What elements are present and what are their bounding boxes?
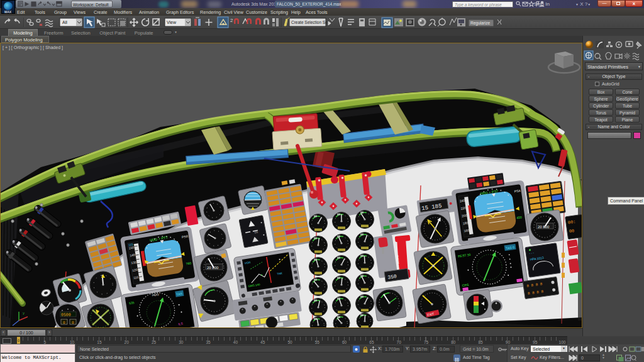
svg-text:0: 0 [72, 321, 74, 325]
svg-text:160: 160 [464, 228, 469, 233]
svg-text:[ + ] [ Orthographic ] [ Shade: [ + ] [ Orthographic ] [ Shaded ] [3, 45, 63, 50]
svg-text:220: 220 [460, 206, 466, 211]
svg-text:450: 450 [516, 215, 522, 219]
svg-text:240: 240 [460, 199, 465, 203]
svg-text:All: All [62, 20, 67, 25]
svg-text:2: 2 [230, 18, 233, 23]
svg-text:00: 00 [569, 228, 574, 234]
svg-text:200: 200 [462, 213, 467, 217]
svg-text:115: 115 [128, 242, 133, 246]
svg-text:0: 0 [63, 321, 65, 325]
svg-text:y: y [23, 311, 25, 315]
svg-text:Create Selection Se: Create Selection Se [291, 20, 328, 25]
svg-text:Regularize: Regularize [470, 21, 490, 26]
svg-text:- - -: - - - [529, 251, 535, 255]
svg-text:0500: 0500 [61, 313, 71, 317]
svg-text:180: 180 [463, 221, 469, 225]
svg-text:View: View [167, 20, 177, 25]
svg-text:110: 110 [133, 275, 139, 280]
